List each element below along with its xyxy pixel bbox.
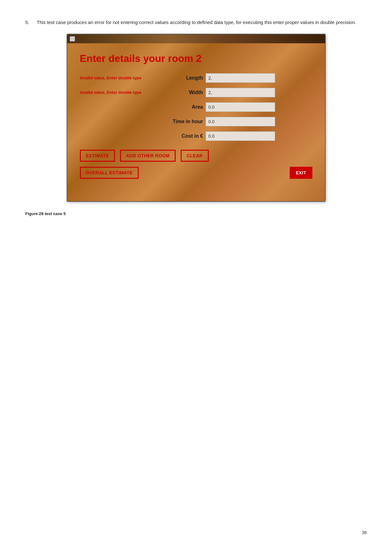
- cost-label: Cost in €: [162, 133, 203, 139]
- intro-paragraph: 5. This test case produces an error for …: [25, 19, 367, 26]
- button-row-2: OVERALL ESTIMATE EXIT: [80, 167, 312, 179]
- form-row-width: Invalid value, Enter double type Width: [80, 88, 312, 97]
- form-row-time: Time in hour: [80, 117, 312, 126]
- intro-text: This test case produces an error for not…: [37, 20, 356, 25]
- page-number: 36: [362, 530, 367, 535]
- cost-input[interactable]: [206, 131, 275, 141]
- app-body: Enter details your room 2 Invalid value,…: [67, 43, 325, 201]
- title-bar: [67, 34, 325, 43]
- time-input[interactable]: [206, 117, 275, 126]
- overall-estimate-button[interactable]: OVERALL ESTIMATE: [80, 167, 139, 179]
- length-error-label: Invalid value, Enter double type: [80, 75, 162, 80]
- figure-caption: Figure 29 test case 5: [25, 211, 367, 216]
- width-label: Width: [162, 90, 203, 95]
- width-input[interactable]: [206, 88, 275, 97]
- estimate-button[interactable]: ESTIMATE: [80, 150, 115, 162]
- area-input[interactable]: [206, 102, 275, 112]
- exit-button[interactable]: EXIT: [290, 167, 312, 179]
- button-row-1: ESTIMATE ADD OTHER ROOM CLEAR: [80, 150, 312, 162]
- form-title: Enter details your room 2: [80, 53, 312, 64]
- width-error-label: Invalid value, Enter double type: [80, 90, 162, 95]
- form-row-length: Invalid value, Enter double type Length: [80, 73, 312, 83]
- form-row-cost: Cost in €: [80, 131, 312, 141]
- length-label: Length: [162, 75, 203, 81]
- time-label: Time in hour: [162, 119, 203, 124]
- clear-button[interactable]: CLEAR: [181, 150, 209, 162]
- form-row-area: Area: [80, 102, 312, 112]
- area-label: Area: [162, 104, 203, 110]
- app-window: Enter details your room 2 Invalid value,…: [67, 34, 326, 202]
- add-other-room-button[interactable]: ADD OTHER ROOM: [120, 150, 176, 162]
- list-number: 5.: [25, 19, 29, 26]
- length-input[interactable]: [206, 73, 275, 83]
- app-icon: [70, 36, 75, 41]
